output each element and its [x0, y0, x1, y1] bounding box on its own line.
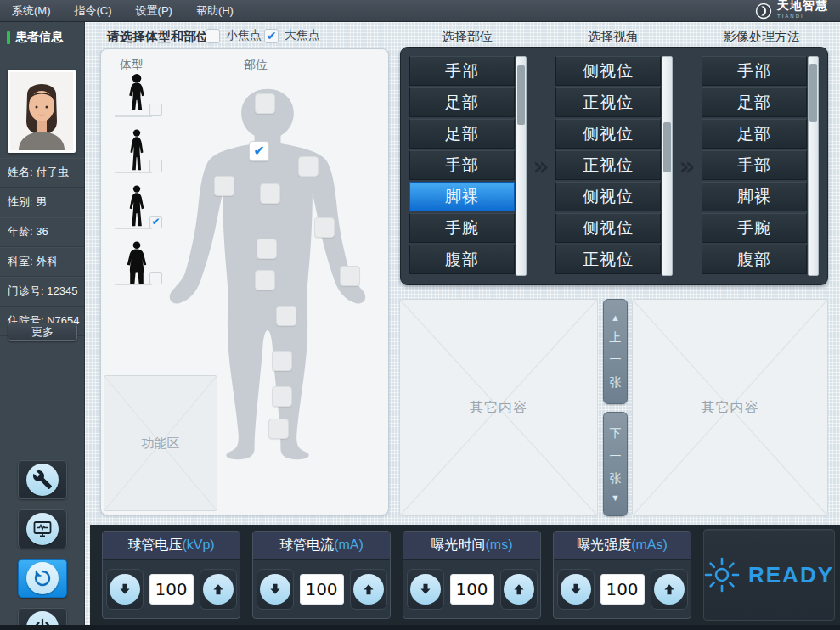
tube-current-value[interactable]: 100: [300, 574, 344, 605]
list-item[interactable]: 手腕: [409, 213, 515, 243]
tube-voltage-decrease-button[interactable]: [106, 569, 144, 610]
scrollbar-thumb[interactable]: [517, 65, 525, 124]
reset-button[interactable]: [18, 559, 67, 598]
body-part-point[interactable]: [260, 183, 280, 204]
exposure-intensity-decrease-button[interactable]: [557, 569, 595, 610]
ready-label: READY: [748, 562, 834, 588]
list-item[interactable]: 足部: [702, 87, 807, 117]
ready-button[interactable]: READY: [703, 529, 835, 621]
list-item[interactable]: 侧视位: [555, 213, 661, 243]
exposure-time-value[interactable]: 100: [450, 574, 494, 605]
body-part-point[interactable]: [340, 266, 360, 286]
body-part-point[interactable]: [255, 93, 275, 114]
scrollbar-thumb[interactable]: [663, 122, 671, 172]
body-part-point[interactable]: [276, 306, 296, 326]
list-scrollbar[interactable]: [808, 56, 819, 276]
header-image-processing: 影像处理方法: [724, 29, 800, 45]
list-item[interactable]: 手部: [409, 150, 515, 180]
list-item[interactable]: 手部: [702, 150, 807, 180]
list-item[interactable]: 正视位: [555, 87, 661, 117]
exposure-footer: 球管电压(kVp)100球管电流(mA)100曝光时间(ms)100曝光强度(m…: [90, 525, 840, 625]
small-focus-checkbox[interactable]: 小焦点: [206, 28, 262, 43]
header-select-view: 选择视角: [588, 29, 639, 45]
body-part-point[interactable]: [268, 419, 289, 439]
selection-lists-panel: 手部足部足部手部脚裸手腕腹部»侧视位正视位侧视位正视位侧视位侧视位正视位»手部足…: [400, 47, 828, 285]
up-arrow-icon: [654, 574, 685, 605]
list-item[interactable]: 侧视位: [555, 56, 661, 86]
body-part-point[interactable]: [272, 351, 292, 371]
list-item[interactable]: 腹部: [409, 245, 515, 274]
next-image-button[interactable]: 下一张 ▼: [603, 412, 628, 516]
exposure-intensity-value[interactable]: 100: [600, 574, 645, 605]
list-item[interactable]: 足部: [409, 119, 515, 149]
body-part-point[interactable]: [272, 386, 292, 407]
large-focus-checkbox[interactable]: ✔ 大焦点: [264, 28, 320, 43]
list-item[interactable]: 侧视位: [555, 182, 661, 211]
exposure-intensity-increase-button[interactable]: [651, 569, 688, 610]
list-item[interactable]: 侧视位: [555, 119, 661, 149]
exposure-time-increase-button[interactable]: [500, 569, 538, 610]
body-type-slim[interactable]: [110, 129, 164, 173]
body-type-checkbox[interactable]: [149, 272, 162, 284]
list-item[interactable]: 脚裸: [702, 182, 807, 211]
flow-chevron-icon: »: [527, 151, 555, 181]
processing-method-list: 手部足部足部手部脚裸手腕腹部: [702, 56, 819, 276]
exposure-time-label: 曝光时间(ms): [403, 532, 540, 560]
exposure-intensity-label: 曝光强度(mAs): [554, 532, 691, 560]
body-selection-panel: 体型 部位 ✔ ✔ 功能区: [100, 48, 389, 515]
brand-name: 天地智慧 TIANDI: [777, 0, 828, 22]
body-part-point[interactable]: [257, 239, 277, 259]
list-item[interactable]: 正视位: [555, 150, 661, 180]
checkbox-icon[interactable]: [206, 29, 220, 43]
exposure-time-decrease-button[interactable]: [407, 569, 444, 610]
body-part-point-checked[interactable]: ✔: [249, 141, 269, 161]
list-item[interactable]: 足部: [702, 119, 807, 149]
list-scrollbar[interactable]: [516, 56, 527, 276]
body-part-point[interactable]: [314, 217, 335, 238]
list-item-selected[interactable]: 脚裸: [409, 182, 515, 211]
tube-current-decrease-button[interactable]: [257, 569, 294, 610]
tube-current-increase-button[interactable]: [350, 569, 387, 610]
previous-image-button[interactable]: ▲ 上一张: [603, 299, 628, 404]
list-scrollbar[interactable]: [662, 56, 673, 276]
list-item[interactable]: 手部: [409, 56, 515, 86]
body-type-heavy[interactable]: [110, 241, 164, 285]
main-area: 请选择体型和部位 小焦点 ✔ 大焦点 选择部位 选择视角 影像处理方法 体型 部…: [85, 22, 840, 625]
list-item[interactable]: 腹部: [702, 245, 807, 274]
up-arrow-icon: [203, 574, 234, 605]
body-type-checkbox[interactable]: ✔: [149, 216, 162, 228]
body-type-medium[interactable]: ✔: [110, 185, 164, 229]
body-part-point[interactable]: [214, 176, 234, 196]
bottom-strip: [0, 625, 840, 630]
tube-voltage-value[interactable]: 100: [149, 574, 194, 605]
body-part-point[interactable]: [298, 156, 319, 177]
figure-base: [115, 284, 152, 285]
patient-field: 年龄: 36: [0, 217, 85, 247]
menu-item[interactable]: 系统(M): [0, 0, 63, 22]
body-part-point[interactable]: [255, 270, 275, 290]
monitor-waveform-button[interactable]: [18, 509, 67, 548]
list-item[interactable]: 足部: [409, 87, 515, 117]
figure-base: [115, 172, 152, 173]
menu-item[interactable]: 帮助(H): [184, 0, 245, 22]
list-item[interactable]: 手腕: [702, 213, 807, 243]
list-item[interactable]: 手部: [702, 56, 807, 86]
menu-item[interactable]: 指令(C): [63, 0, 124, 22]
patient-field: 科室: 外科: [0, 247, 85, 277]
body-type-checkbox[interactable]: [149, 104, 162, 116]
scrollbar-thumb[interactable]: [809, 64, 817, 122]
menu-item[interactable]: 设置(P): [124, 0, 184, 22]
flow-chevron-icon: »: [673, 151, 702, 181]
figure-base: [115, 228, 152, 229]
body-type-child[interactable]: [110, 73, 164, 117]
tube-voltage-increase-button[interactable]: [200, 569, 237, 610]
body-type-checkbox[interactable]: [149, 160, 162, 172]
down-arrow-icon: [260, 574, 290, 605]
more-button[interactable]: 更多: [8, 323, 77, 341]
wrench-button[interactable]: [18, 460, 67, 499]
checkbox-icon[interactable]: ✔: [264, 29, 279, 43]
up-triangle-icon: ▲: [611, 310, 620, 326]
tube-voltage-panel: 球管电压(kVp)100: [102, 531, 240, 619]
patient-field: 性别: 男: [0, 188, 85, 217]
list-item[interactable]: 正视位: [555, 245, 661, 274]
